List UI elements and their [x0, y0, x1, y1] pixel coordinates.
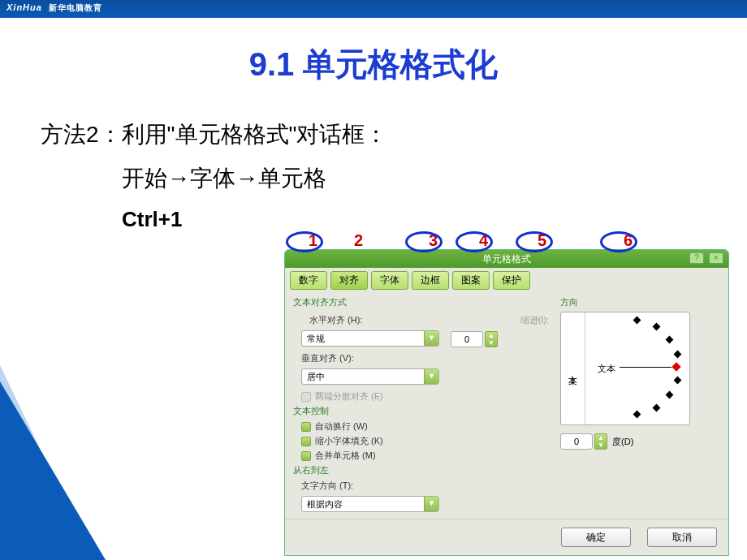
- tab-border[interactable]: 边框: [412, 271, 449, 290]
- tab-align[interactable]: 对齐: [330, 271, 368, 290]
- anno-5: 5: [538, 231, 546, 250]
- chevron-down-icon[interactable]: ▼: [424, 497, 438, 511]
- dialog-body: 文本对齐方式 水平对齐 (H): 缩进(I): 常规 ▼ 0 ▲▼ 垂直对齐 (…: [285, 290, 728, 519]
- degree-label: 度(D): [612, 436, 633, 448]
- h-align-combo[interactable]: 常规 ▼: [301, 330, 439, 347]
- dir-combo[interactable]: 根据内容 ▼: [301, 496, 439, 512]
- spinner-buttons[interactable]: ▲▼: [485, 331, 498, 347]
- close-button[interactable]: ×: [709, 252, 723, 264]
- tab-protect[interactable]: 保护: [493, 271, 530, 290]
- dialog-footer: 确定 取消: [285, 519, 728, 555]
- spinner-buttons[interactable]: ▲▼: [594, 433, 607, 450]
- wrap-checkbox[interactable]: 自动换行 (W): [301, 420, 549, 433]
- anno-6: 6: [624, 231, 633, 250]
- left-column: 文本对齐方式 水平对齐 (H): 缩进(I): 常规 ▼ 0 ▲▼ 垂直对齐 (…: [293, 295, 549, 515]
- orient-label: 方向: [560, 296, 720, 308]
- indent-spinner[interactable]: 0 ▲▼: [451, 331, 498, 347]
- degree-row: 0 ▲▼ 度(D): [560, 433, 720, 450]
- dialog-title-text: 单元格格式: [482, 253, 531, 265]
- right-column: 方向 文本 文本: [560, 295, 720, 515]
- chevron-down-icon[interactable]: ▼: [424, 369, 438, 384]
- degree-value[interactable]: 0: [560, 433, 593, 450]
- orient-vertical-text[interactable]: 文本: [561, 312, 585, 424]
- dialog-area: 1 2 3 4 5 6 单元格格式 ? × 数字 对齐 字体 边框 图案 保护 …: [284, 231, 729, 556]
- checkbox-icon: [301, 437, 311, 446]
- cell-format-dialog: 单元格格式 ? × 数字 对齐 字体 边框 图案 保护 文本对齐方式 水平对齐 …: [284, 249, 729, 556]
- decor-triangle: [0, 381, 106, 560]
- orient-handle[interactable]: [671, 362, 680, 371]
- justify-checkbox: 两端分散对齐 (E): [301, 390, 549, 403]
- anno-2: 2: [354, 231, 363, 250]
- anno-4: 4: [479, 231, 488, 250]
- dialog-titlebar[interactable]: 单元格格式 ? ×: [285, 250, 728, 268]
- v-align-value: 居中: [302, 371, 424, 383]
- brand-logo: XinHua: [6, 2, 42, 12]
- checkbox-icon: [301, 451, 311, 461]
- ok-button[interactable]: 确定: [561, 528, 631, 547]
- shrink-checkbox[interactable]: 缩小字体填充 (K): [301, 435, 549, 447]
- orientation-box[interactable]: 文本 文本: [560, 312, 690, 425]
- indent-label: 缩进(I):: [520, 314, 549, 326]
- tab-strip: 数字 对齐 字体 边框 图案 保护: [285, 268, 728, 290]
- tab-pattern[interactable]: 图案: [452, 271, 490, 290]
- degree-spinner[interactable]: 0 ▲▼: [560, 433, 607, 450]
- content-block: 方法2：利用"单元格格式"对话框： 开始→字体→单元格 Ctrl+1: [41, 119, 747, 232]
- merge-checkbox[interactable]: 合并单元格 (M): [301, 450, 549, 462]
- page-title: 9.1 单元格格式化: [0, 42, 747, 87]
- top-bar: XinHua 新华电脑教育: [0, 0, 747, 18]
- dir-value: 根据内容: [302, 498, 424, 510]
- cancel-button[interactable]: 取消: [647, 528, 717, 547]
- section-ctrl-label: 文本控制: [293, 405, 549, 417]
- anno-1: 1: [309, 231, 317, 250]
- v-align-label: 垂直对齐 (V):: [301, 352, 549, 364]
- annotation-row: 1 2 3 4 5 6: [284, 231, 729, 249]
- method-line2: 开始→字体→单元格: [122, 163, 747, 194]
- shortcut-text: Ctrl+1: [122, 207, 747, 232]
- brand-cn: 新华电脑教育: [49, 3, 102, 12]
- checkbox-icon: [301, 422, 311, 432]
- orient-htext: 文本: [598, 363, 615, 375]
- chevron-down-icon[interactable]: ▼: [424, 331, 438, 346]
- v-align-combo[interactable]: 居中 ▼: [301, 368, 439, 385]
- anno-3: 3: [429, 231, 438, 250]
- checkbox-icon: [301, 392, 311, 402]
- method-line1: 方法2：利用"单元格格式"对话框：: [41, 119, 747, 150]
- section-rtl-label: 从右到左: [293, 464, 549, 476]
- orient-line: [620, 367, 671, 368]
- indent-value[interactable]: 0: [451, 331, 483, 347]
- h-align-label: 水平对齐 (H):: [309, 314, 362, 326]
- orient-dial[interactable]: 文本: [585, 312, 689, 424]
- tab-font[interactable]: 字体: [371, 271, 408, 290]
- h-align-value: 常规: [302, 333, 424, 345]
- help-button[interactable]: ?: [689, 252, 704, 264]
- dir-label: 文字方向 (T):: [301, 480, 549, 492]
- tab-number[interactable]: 数字: [290, 271, 327, 290]
- section-align-label: 文本对齐方式: [293, 296, 549, 308]
